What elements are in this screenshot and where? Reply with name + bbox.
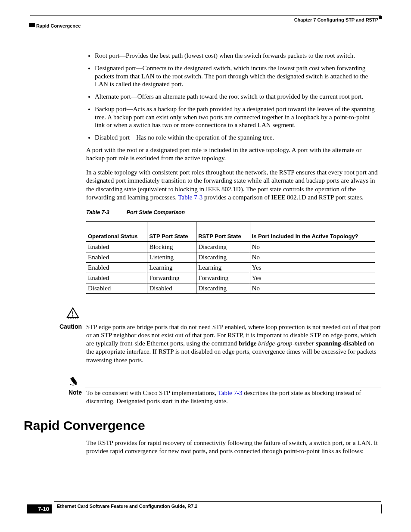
header-left-marker <box>29 23 35 27</box>
header-section: Rapid Convergence <box>36 23 81 28</box>
list-item: Backup port—Acts as a backup for the pat… <box>95 105 380 129</box>
note-callout: Note To be consistent with Cisco STP imp… <box>58 373 381 405</box>
header-right-marker <box>379 16 382 19</box>
note-label: Note <box>58 389 82 396</box>
column-header: Operational Status <box>86 222 147 242</box>
table-cell: Enabled <box>86 242 147 252</box>
table-title-text: Port State Comparison <box>127 209 185 215</box>
table-row: Enabled Forwarding Forwarding Yes <box>86 273 375 283</box>
caution-text: STP edge ports are bridge ports that do … <box>86 307 381 364</box>
table-cell: Forwarding <box>147 273 196 283</box>
svg-point-2 <box>72 315 74 317</box>
port-state-table: Operational Status STP Port State RSTP P… <box>86 221 375 294</box>
footer-rule <box>54 501 381 502</box>
list-item: Alternate port—Offers an alternate path … <box>95 93 380 101</box>
footer-right-marker <box>381 504 382 513</box>
text-bold: spanning-disabled <box>316 340 366 347</box>
table-caption: Table 7-3Port State Comparison <box>86 209 380 215</box>
caution-icon <box>66 307 79 320</box>
table-cell: Disabled <box>147 283 196 294</box>
caution-rule <box>85 322 381 322</box>
page-number: 7-10 <box>27 504 52 513</box>
note-rule <box>85 388 381 388</box>
column-header: Is Port Included in the Active Topology? <box>250 222 375 242</box>
list-item: Disabled port—Has no role within the ope… <box>95 134 380 142</box>
column-header: STP Port State <box>147 222 196 242</box>
table-cell: Enabled <box>86 273 147 283</box>
text-bold: bridge <box>239 340 257 347</box>
table-cell: Yes <box>250 262 375 273</box>
text-italic: bridge-group-number <box>256 340 316 347</box>
header-chapter: Chapter 7 Configuring STP and RSTP <box>294 17 378 22</box>
table-row: Enabled Blocking Discarding No <box>86 242 375 252</box>
table-row: Disabled Disabled Discarding No <box>86 283 375 294</box>
table-cell: Learning <box>196 262 250 273</box>
table-header-row: Operational Status STP Port State RSTP P… <box>86 222 375 242</box>
table-cell: Yes <box>250 273 375 283</box>
table-cell: Enabled <box>86 262 147 273</box>
table-cell: Forwarding <box>196 273 250 283</box>
table-number: Table 7-3 <box>86 209 109 215</box>
caution-label: Caution <box>58 323 82 330</box>
table-cell: Learning <box>147 262 196 273</box>
footer-book-title: Ethernet Card Software Feature and Confi… <box>57 504 197 509</box>
body-paragraph: In a stable topology with consistent por… <box>86 168 380 202</box>
caution-callout: Caution STP edge ports are bridge ports … <box>58 307 381 364</box>
table-cell: Enabled <box>86 252 147 262</box>
cross-reference-link[interactable]: Table 7-3 <box>178 194 202 201</box>
table-cell: Discarding <box>196 252 250 262</box>
table-cell: Listening <box>147 252 196 262</box>
column-header: RSTP Port State <box>196 222 250 242</box>
list-item: Designated port—Connects to the designat… <box>95 64 380 88</box>
text-run: provides a comparison of IEEE 802.1D and… <box>202 194 364 201</box>
table-cell: Discarding <box>196 242 250 252</box>
table-cell: No <box>250 283 375 294</box>
table-cell: Blocking <box>147 242 196 252</box>
table-cell: Disabled <box>86 283 147 294</box>
list-item: Root port—Provides the best path (lowest… <box>95 52 380 60</box>
table-row: Enabled Listening Discarding No <box>86 252 375 262</box>
section-heading: Rapid Convergence <box>24 418 380 433</box>
table-cell: Discarding <box>196 283 250 294</box>
cross-reference-link[interactable]: Table 7-3 <box>218 389 243 396</box>
body-paragraph: The RSTP provides for rapid recovery of … <box>86 439 380 455</box>
port-role-list: Root port—Provides the best path (lowest… <box>86 52 380 142</box>
body-paragraph: A port with the root or a designated por… <box>86 146 380 162</box>
table-row: Enabled Learning Learning Yes <box>86 262 375 273</box>
table-cell: No <box>250 252 375 262</box>
note-text: To be consistent with Cisco STP implemen… <box>86 373 381 405</box>
note-icon <box>68 375 81 388</box>
table-cell: No <box>250 242 375 252</box>
text-run: To be consistent with Cisco STP implemen… <box>86 389 218 396</box>
header-rule <box>30 16 381 16</box>
